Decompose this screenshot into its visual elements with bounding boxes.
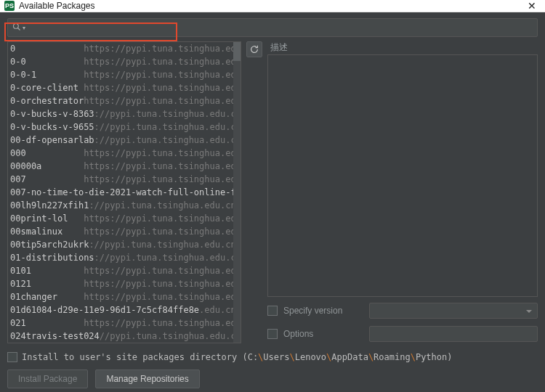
path-separator: \	[326, 352, 331, 362]
package-name: 000	[10, 147, 84, 160]
package-repo-url: https://pypi.tuna.tsinghua.edu.cn/simple…	[84, 225, 241, 238]
options-checkbox[interactable]	[267, 329, 278, 339]
package-repo-url: ://pypi.tuna.tsinghua.edu.cn/simple/	[94, 134, 241, 147]
package-row[interactable]: 0101 https://pypi.tuna.tsinghua.edu.cn/s…	[8, 264, 241, 277]
package-row[interactable]: 024travis-test024//pypi.tuna.tsinghua.ed…	[8, 330, 241, 343]
specify-version-field[interactable]	[369, 303, 538, 319]
titlebar: PS Available Packages ✕	[0, 0, 545, 12]
chevron-down-icon[interactable]: ▾	[23, 25, 25, 31]
options-row: Options	[267, 324, 538, 343]
package-repo-url: //pypi.tuna.tsinghua.edu.cn/simple/	[100, 330, 241, 343]
search-input[interactable]	[28, 23, 533, 33]
button-row: Install Package Manage Repositories	[7, 369, 538, 388]
package-repo-url: ://pypi.tuna.tsinghua.edu.cn/simple/	[94, 107, 241, 121]
package-row[interactable]: 0-v-bucks-v-9655://pypi.tuna.tsinghua.ed…	[8, 121, 241, 134]
package-name: 0121	[10, 277, 84, 290]
package-row[interactable]: 00smalinux https://pypi.tuna.tsinghua.ed…	[8, 225, 241, 238]
package-name: 0101	[10, 264, 84, 277]
package-row[interactable]: 007-no-time-to-die-2021-watch-full-onlin…	[8, 186, 241, 199]
details-column: 描述 Specify version Options	[267, 41, 538, 343]
install-to-user-label: Install to user's site packages director…	[22, 352, 453, 362]
main-content: 0 https://pypi.tuna.tsinghua.edu.cn/simp…	[0, 41, 545, 348]
path-separator: \	[289, 352, 294, 362]
package-list[interactable]: 0 https://pypi.tuna.tsinghua.edu.cn/simp…	[7, 41, 241, 343]
package-name: 024travis-test024	[10, 330, 100, 343]
manage-repositories-button[interactable]: Manage Repositories	[95, 369, 199, 388]
package-row[interactable]: 0-v-bucks-v-8363://pypi.tuna.tsinghua.ed…	[8, 107, 241, 121]
install-to-user-checkbox[interactable]	[7, 352, 17, 362]
package-list-column: 0 https://pypi.tuna.tsinghua.edu.cn/simp…	[7, 41, 241, 343]
search-icon	[12, 23, 21, 33]
description-box	[267, 54, 538, 297]
package-row[interactable]: 01-distributions://pypi.tuna.tsinghua.ed…	[8, 251, 241, 264]
package-row[interactable]: 00-df-opensarlab://pypi.tuna.tsinghua.ed…	[8, 134, 241, 147]
package-name: 0	[10, 42, 84, 55]
package-name: 00print-lol	[10, 212, 84, 225]
options-label: Options	[283, 329, 363, 339]
specify-version-row: Specify version	[267, 301, 538, 320]
package-row[interactable]: 007 https://pypi.tuna.tsinghua.edu.cn/si…	[8, 173, 241, 186]
toolbar-column	[246, 41, 263, 343]
package-row[interactable]: 00000a https://pypi.tuna.tsinghua.edu.cn…	[8, 160, 241, 173]
package-row[interactable]: 0-orchestratorhttps://pypi.tuna.tsinghua…	[8, 94, 241, 107]
package-name: 0-v-bucks-v-8363	[10, 107, 94, 121]
search-row: ▾	[0, 12, 545, 41]
package-repo-url: https://pypi.tuna.tsinghua.edu.cn/simple…	[84, 147, 241, 160]
package-repo-url: ://pypi.tuna.tsinghua.edu.cn/simple/	[89, 199, 241, 212]
package-repo-url: https://pypi.tuna.tsinghua.edu.cn/simple…	[84, 160, 241, 173]
package-repo-url: https://pypi.tuna.tsinghua.edu.cn/simple…	[84, 290, 241, 303]
svg-point-0	[14, 23, 19, 28]
specify-version-checkbox[interactable]	[267, 306, 278, 316]
package-repo-url: https://pypi.tuna.tsinghua.edu.cn/simple…	[84, 212, 241, 225]
package-row[interactable]: 00lh9ln227xfih1://pypi.tuna.tsinghua.edu…	[8, 199, 241, 212]
install-to-user-row: Install to user's site packages director…	[7, 352, 538, 362]
path-separator: \	[368, 352, 374, 362]
package-name: 00tip5arch2ukrk	[10, 238, 89, 251]
scrollbar-thumb[interactable]	[233, 42, 241, 61]
package-row[interactable]: 0-core-client https://pypi.tuna.tsinghua…	[8, 81, 241, 94]
package-name: 0-0	[10, 55, 84, 68]
package-row[interactable]: 00print-lol https://pypi.tuna.tsinghua.e…	[8, 212, 241, 225]
package-repo-url: https://pypi.tuna.tsinghua.edu.cn/simple…	[84, 173, 241, 186]
package-repo-url: ://pypi.tuna.tsinghua.edu.cn/simple/	[89, 238, 241, 251]
reload-button[interactable]	[246, 41, 262, 57]
close-icon[interactable]: ✕	[523, 0, 541, 12]
package-name: 0-v-bucks-v-9655	[10, 121, 94, 134]
package-repo-url: https://pypi.tuna.tsinghua.edu.cn/simple…	[84, 55, 241, 68]
package-name: 021	[10, 317, 84, 330]
package-row[interactable]: 0121 https://pypi.tuna.tsinghua.edu.cn/s…	[8, 277, 241, 290]
package-name: 01d61084-d29e-11e9-96d1-7c5cf84ffe8e	[10, 303, 199, 317]
search-box[interactable]: ▾	[7, 18, 538, 37]
scrollbar-track[interactable]	[233, 42, 241, 343]
package-row[interactable]: 0 https://pypi.tuna.tsinghua.edu.cn/simp…	[8, 42, 241, 55]
path-separator: \	[258, 352, 263, 362]
package-name: 0-core-client	[10, 81, 84, 94]
package-row[interactable]: 01changer https://pypi.tuna.tsinghua.edu…	[8, 290, 241, 303]
package-repo-url: https://pypi.tuna.tsinghua.edu.cn/simple…	[84, 81, 241, 94]
package-name: 0-orchestrator	[10, 94, 84, 107]
package-row[interactable]: 000 https://pypi.tuna.tsinghua.edu.cn/si…	[8, 147, 241, 160]
package-repo-url: https://pypi.tuna.tsinghua.edu.cn/simple…	[84, 42, 241, 55]
package-name: 01-distributions	[10, 251, 94, 264]
package-row[interactable]: 0-0 https://pypi.tuna.tsinghua.edu.cn/si…	[8, 55, 241, 68]
options-field[interactable]	[369, 326, 538, 342]
package-repo-url: https://pypi.tuna.tsinghua.edu.cn/simple…	[84, 277, 241, 290]
package-repo-url: https://pypi.tuna.tsinghua.edu.cn/simple…	[84, 94, 241, 107]
package-repo-url: https://pypi.tuna.tsinghua.edu.cn/simple…	[84, 264, 241, 277]
install-package-button[interactable]: Install Package	[7, 369, 88, 388]
package-name: 00000a	[10, 160, 84, 173]
package-name: 00smalinux	[10, 225, 84, 238]
available-packages-window: PS Available Packages ✕ ▾ 0 https://pypi…	[0, 0, 545, 392]
package-repo-url: https://pypi.tuna.tsinghua.edu.cn/simple…	[84, 68, 241, 81]
package-repo-url: ://pypi.tuna.tsinghua.edu.cn/simple/	[94, 121, 241, 134]
dialog-body: ▾ 0 https://pypi.tuna.tsinghua.edu.cn/si…	[0, 12, 545, 392]
bottom-area: Install to user's site packages director…	[0, 348, 545, 392]
svg-line-1	[18, 28, 20, 30]
package-repo-url: ://pypi.tuna.tsinghua.edu.cn/simple/	[94, 251, 241, 264]
path-separator: \	[411, 352, 416, 362]
package-row[interactable]: 021 https://pypi.tuna.tsinghua.edu.cn/si…	[8, 317, 241, 330]
package-row[interactable]: 00tip5arch2ukrk://pypi.tuna.tsinghua.edu…	[8, 238, 241, 251]
package-row[interactable]: 0-0-1 https://pypi.tuna.tsinghua.edu.cn/…	[8, 68, 241, 81]
package-row[interactable]: 01d61084-d29e-11e9-96d1-7c5cf84ffe8e.edu…	[8, 303, 241, 317]
package-name: 007-no-time-to-die-2021-watch-full-onlin…	[10, 186, 241, 199]
